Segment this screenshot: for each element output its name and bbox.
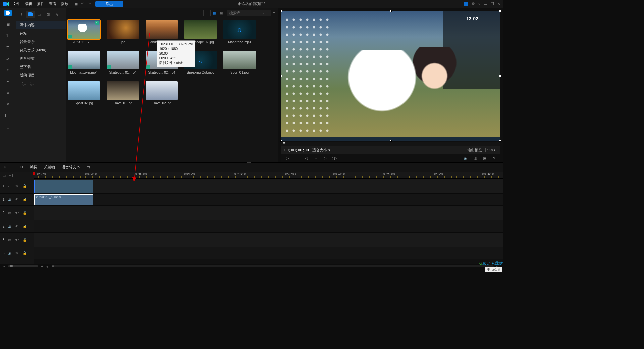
scroll-left-icon[interactable]: ◂ <box>46 265 49 268</box>
settings-icon[interactable]: ⚙ <box>472 2 475 6</box>
eye-icon[interactable]: 👁 <box>15 211 20 215</box>
track-video-2[interactable] <box>34 205 503 220</box>
sb-download[interactable]: 已下载 <box>16 63 66 71</box>
zoom-slider[interactable] <box>8 265 38 267</box>
media-thumbnail[interactable] <box>68 51 100 69</box>
track-header[interactable]: 2.🔉👁🔓 <box>0 220 34 232</box>
help-icon[interactable]: ? <box>478 2 480 6</box>
eye-icon[interactable]: 👁 <box>15 198 20 201</box>
media-tab-icon[interactable] <box>26 11 35 18</box>
audio-tab-icon[interactable]: ♫ <box>52 11 61 18</box>
eye-icon[interactable]: 👁 <box>15 184 20 188</box>
fx-room-icon[interactable]: fx <box>5 55 11 62</box>
volume-icon[interactable]: 🔉 <box>463 155 469 161</box>
pip-room-icon[interactable]: ⧉ <box>5 89 11 96</box>
timecode[interactable]: 00;00;00;00 <box>284 148 309 152</box>
scrubber-playhead-icon[interactable] <box>282 142 286 144</box>
minimize-icon[interactable]: — <box>484 2 487 6</box>
lock-icon[interactable]: 🔓 <box>23 198 28 201</box>
screen-icon[interactable]: ▣ <box>482 155 488 161</box>
time-ruler[interactable]: 00:00:0000:04:0000:08:0000:12:0000:16:00… <box>34 172 503 179</box>
import-tab-icon[interactable]: ⇩ <box>17 11 26 18</box>
eye-icon[interactable]: 👁 <box>15 225 20 228</box>
maximize-icon[interactable]: ❐ <box>491 2 494 6</box>
track-audio-2[interactable] <box>34 220 503 232</box>
media-thumbnail[interactable] <box>146 20 178 39</box>
tl-tab-stt[interactable]: 语音转文本 <box>62 165 80 170</box>
track-audio-1[interactable]: 20231116_130239 <box>34 193 503 205</box>
media-item[interactable]: Sport 02.jpg <box>68 81 100 105</box>
media-thumbnail[interactable] <box>223 51 256 69</box>
tl-snap-icon[interactable]: |↔| <box>7 173 13 177</box>
preview-scrubber[interactable] <box>281 142 500 146</box>
zoom-in-icon[interactable]: + <box>41 264 43 268</box>
lock-icon[interactable]: 🔓 <box>23 225 28 228</box>
transition-room-icon[interactable]: ⇄ <box>5 44 11 50</box>
menu-play[interactable]: 播放 <box>61 1 68 6</box>
brush-icon[interactable]: ✎ <box>3 165 6 169</box>
media-thumbnail[interactable] <box>107 51 139 69</box>
search-input[interactable] <box>229 11 263 15</box>
playhead[interactable] <box>34 172 34 264</box>
sb-bgm[interactable]: 背景音乐 <box>16 38 66 46</box>
play-icon[interactable]: ▷ <box>284 155 290 161</box>
aspect-dropdown[interactable]: 16:9▾ <box>485 148 497 152</box>
lock-icon[interactable]: 🔓 <box>23 251 28 255</box>
media-thumbnail[interactable]: ♫ <box>223 20 256 39</box>
save-icon[interactable]: ▣ <box>74 2 78 6</box>
tag-remove-icon[interactable]: ᐰ⁻ <box>30 83 34 87</box>
grid-view-icon[interactable]: ▦ <box>211 10 218 16</box>
audio-clip[interactable]: 20231116_130239 <box>34 194 93 205</box>
menu-more-icon[interactable]: ≡ <box>273 11 275 15</box>
tl-tab-edit[interactable]: 编辑 <box>30 165 37 170</box>
fit-dropdown[interactable]: 适合大小▾ <box>312 148 330 153</box>
search-box[interactable]: ⌕ <box>227 10 271 16</box>
track-header[interactable]: 3.🔉👁🔓 <box>0 247 34 259</box>
menu-file[interactable]: 文件 <box>13 1 20 6</box>
tl-layout-icon[interactable]: ▭ <box>3 173 6 178</box>
track-header[interactable]: 1.🔉👁🔓 <box>0 193 34 205</box>
media-item[interactable]: Sport 01.jpg <box>223 51 256 74</box>
particle-room-icon[interactable]: ✦ <box>5 78 11 85</box>
redo-icon[interactable]: ↷ <box>88 2 91 6</box>
popout-icon[interactable]: ⇱ <box>491 155 497 161</box>
voice-room-icon[interactable]: 🎙 <box>5 101 11 107</box>
camera-icon[interactable]: ◫ <box>472 155 478 161</box>
media-item[interactable]: Travel 01.jpg <box>107 81 139 105</box>
media-thumbnail[interactable] <box>107 81 139 100</box>
ime-indicator[interactable]: 中办② 简 <box>485 267 502 272</box>
undo-icon[interactable]: ↶ <box>81 2 84 6</box>
track-header[interactable]: 1.▭👁🔓 <box>0 179 34 193</box>
media-item[interactable]: ♫Mahoroba.mp3 <box>223 20 256 44</box>
image-room-icon[interactable]: ▣ <box>5 21 11 28</box>
snapshot-icon[interactable]: ⤓ <box>313 155 319 161</box>
media-thumbnail[interactable]: ✓ <box>68 20 100 39</box>
close-icon[interactable]: ✕ <box>497 2 500 6</box>
track-audio-3[interactable] <box>34 247 503 259</box>
track-header[interactable]: 3.▭👁🔓 <box>0 232 34 247</box>
scissors-icon[interactable]: ✂ <box>20 165 23 169</box>
stop-icon[interactable]: □ <box>294 155 300 161</box>
eye-icon[interactable]: 👁 <box>15 238 20 242</box>
sync-icon[interactable]: ⇆ <box>87 165 90 169</box>
sb-media-content[interactable]: 媒体内容 <box>16 21 66 29</box>
media-item[interactable]: .jpg <box>107 20 139 44</box>
cloud-icon[interactable]: ↑ <box>464 2 468 6</box>
chapter-room-icon[interactable]: ⊞ <box>5 123 11 130</box>
sb-myproj[interactable]: 我的项目 <box>16 71 66 80</box>
eye-icon[interactable]: 👁 <box>15 251 20 255</box>
export-button[interactable]: 导出 <box>95 1 123 7</box>
sb-bgm-meta[interactable]: 背景音乐 (Meta) <box>16 46 66 54</box>
menu-plugin[interactable]: 插件 <box>37 1 44 6</box>
media-thumbnail[interactable] <box>146 81 178 100</box>
lock-icon[interactable]: 🔓 <box>23 184 28 188</box>
sb-sfx[interactable]: 声音特效 <box>16 54 66 63</box>
video-clip[interactable] <box>34 180 93 193</box>
media-item[interactable]: Mountai...iker.mp4 <box>68 51 100 74</box>
menu-edit[interactable]: 编辑 <box>25 1 32 6</box>
preview-viewport[interactable]: 13:02 <box>281 11 500 141</box>
media-item[interactable]: Travel 02.jpg <box>146 81 178 105</box>
ffwd-icon[interactable]: ▷▷ <box>331 155 337 161</box>
track-video-1[interactable] <box>34 179 503 193</box>
lock-icon[interactable]: 🔓 <box>23 238 28 242</box>
